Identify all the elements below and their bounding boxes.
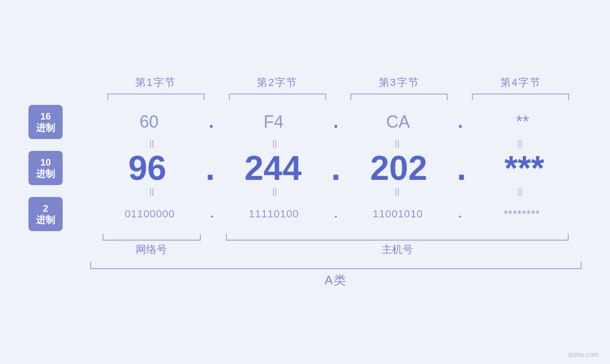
hex-badge-num: 16 (40, 111, 51, 122)
bracket-col3 (338, 93, 460, 100)
dec-badge-num: 10 (40, 157, 51, 168)
vbar4b (521, 140, 522, 148)
dec-val4: *** (467, 149, 582, 187)
hex-dot3: . (457, 112, 464, 132)
dec-val1: 96 (90, 149, 205, 187)
bin-val2: 11110100 (214, 208, 333, 220)
vbar2-1a (150, 188, 151, 196)
vbar2-2b (275, 188, 276, 196)
bin-label: 2 进制 (28, 197, 90, 231)
vbar2-3b (398, 188, 399, 196)
bin-badge: 2 进制 (28, 197, 63, 231)
full-bottom-bracket (90, 261, 582, 269)
network-label: 网络号 (90, 243, 213, 257)
dec-cells: 96 . 244 . 202 . *** (90, 149, 582, 187)
vbar2-4b (521, 188, 522, 196)
vbar1b (152, 140, 153, 148)
bin-dot1: . (209, 208, 214, 220)
col3-header: 第3字节 (338, 75, 460, 90)
hex-dot1: . (208, 112, 215, 132)
eq2-col1 (90, 188, 213, 196)
dec-val2: 244 (216, 149, 330, 187)
bin-row: 2 进制 01100000 . 11110100 . 11001010 . **… (28, 197, 582, 231)
bin-dot3: . (458, 208, 462, 220)
top-bracket-1 (107, 93, 205, 100)
hex-badge-text: 进制 (36, 122, 55, 133)
class-label: A类 (325, 273, 347, 287)
dec-dot2: . (330, 149, 341, 187)
dec-row: 10 进制 96 . 244 . 202 . *** (28, 149, 582, 187)
hex-dot2: . (332, 112, 339, 132)
eq-row-2 (28, 188, 582, 196)
bin-badge-text: 进制 (36, 214, 55, 225)
network-bracket (103, 234, 201, 241)
hex-val1: 60 (90, 112, 208, 132)
bracket-col4 (460, 93, 582, 100)
bin-dot2: . (333, 208, 338, 220)
vbar2-2a (273, 188, 274, 196)
host-label: 主机号 (213, 243, 582, 257)
bin-val4: ******** (462, 208, 582, 220)
eq-col2 (213, 140, 336, 148)
top-bracket-4 (472, 93, 569, 100)
top-bracket-2 (229, 93, 326, 100)
bin-val1: 01100000 (90, 208, 209, 220)
vbar2-3a (395, 188, 396, 196)
net-host-label-row: 网络号 主机号 (28, 243, 582, 257)
dec-dot3: . (456, 149, 467, 187)
hex-val4: ** (464, 112, 582, 132)
dec-label: 10 进制 (28, 151, 90, 185)
hex-val3: CA (339, 112, 457, 132)
dec-val3: 202 (342, 149, 456, 187)
host-bracket-wrap (213, 234, 582, 241)
dec-badge: 10 进制 (28, 151, 63, 185)
bin-cells: 01100000 . 11110100 . 11001010 . *******… (90, 208, 582, 220)
bracket-col1 (95, 93, 216, 100)
vbar4a (518, 140, 519, 148)
vbar2-4a (518, 188, 519, 196)
hex-label: 16 进制 (28, 105, 90, 139)
dec-badge-text: 进制 (36, 168, 55, 179)
watermark: ipshu.com (568, 351, 599, 358)
eq-col1 (90, 140, 213, 148)
hex-val2: F4 (215, 112, 332, 132)
vbar1a (150, 140, 151, 148)
eq-col3 (336, 140, 459, 148)
vbar2a (273, 140, 274, 148)
vbar3a (395, 140, 396, 148)
top-bracket-3 (350, 93, 448, 100)
eq2-col2 (213, 188, 336, 196)
header-row: 第1字节 第2字节 第3字节 第4字节 (28, 75, 582, 90)
bracket-col2 (216, 93, 338, 100)
col1-header: 第1字节 (95, 75, 216, 90)
eq-row-1 (28, 140, 582, 148)
vbar3b (398, 140, 399, 148)
main-container: 第1字节 第2字节 第3字节 第4字节 16 进制 60 . F4 (0, 0, 610, 364)
bottom-brackets (28, 234, 582, 241)
col4-header: 第4字节 (460, 75, 582, 90)
col2-header: 第2字节 (216, 75, 338, 90)
top-bracket-row (28, 93, 582, 100)
full-bracket-container (28, 261, 582, 269)
dec-dot1: . (205, 149, 216, 187)
eq2-col3 (336, 188, 459, 196)
bin-val3: 11001010 (338, 208, 458, 220)
hex-cells: 60 . F4 . CA . ** (90, 112, 582, 132)
eq-col4 (459, 140, 582, 148)
vbar2-1b (152, 188, 153, 196)
class-row: A类 (28, 272, 582, 289)
hex-row: 16 进制 60 . F4 . CA . ** (28, 105, 582, 139)
bin-badge-num: 2 (43, 203, 48, 214)
host-bracket (226, 234, 569, 241)
hex-badge: 16 进制 (28, 105, 63, 139)
network-bracket-wrap (90, 234, 213, 241)
eq2-col4 (459, 188, 582, 196)
vbar2b (275, 140, 276, 148)
